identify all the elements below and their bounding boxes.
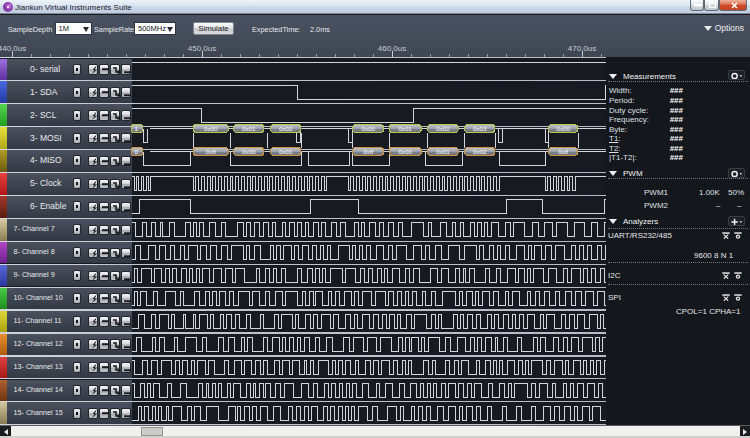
- svg-text:0x01: 0x01: [436, 148, 450, 155]
- svg-text:0x01: 0x01: [398, 125, 412, 132]
- svg-text:0x00: 0x00: [556, 125, 570, 132]
- svg-text:0x01: 0x01: [279, 148, 293, 155]
- svg-text:0x01: 0x01: [242, 125, 256, 132]
- svg-text:0x00: 0x00: [361, 125, 375, 132]
- svg-text:0x02: 0x02: [279, 125, 293, 132]
- svg-text:0x02: 0x02: [473, 148, 487, 155]
- svg-text:0xff: 0xff: [558, 148, 568, 155]
- svg-text:0xff: 0xff: [363, 148, 373, 155]
- svg-text:1: 1: [135, 125, 139, 132]
- svg-text:0x03: 0x03: [473, 125, 487, 132]
- svg-text:0: 0: [135, 148, 139, 155]
- svg-text:0xff: 0xff: [206, 148, 216, 155]
- svg-text:0x02: 0x02: [436, 125, 450, 132]
- svg-text:0x00: 0x00: [398, 148, 412, 155]
- svg-text:0x00: 0x00: [242, 148, 256, 155]
- svg-text:0x00: 0x00: [204, 125, 218, 132]
